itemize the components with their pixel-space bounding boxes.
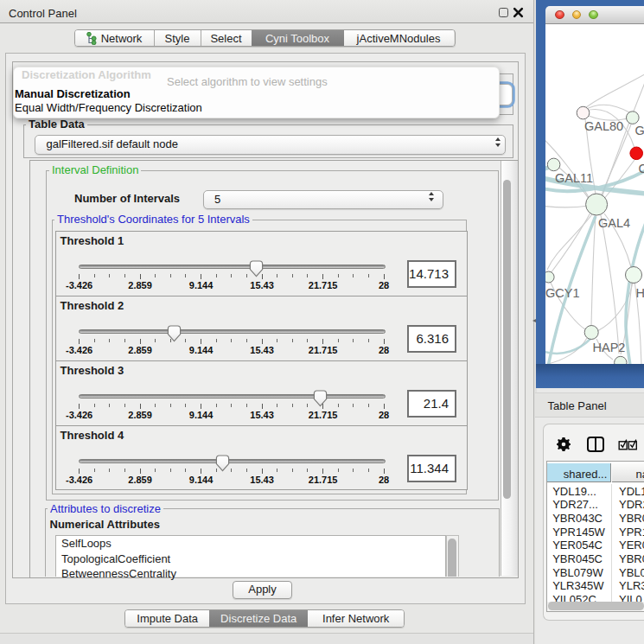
svg-text:GAL80: GAL80 (584, 119, 623, 133)
svg-text:CDC1: CDC1 (639, 162, 644, 175)
svg-text:HAP2: HAP2 (593, 340, 626, 354)
svg-text:HIS4: HIS4 (636, 286, 644, 300)
svg-text:GAL1: GAL1 (635, 124, 644, 137)
svg-text:GAL4: GAL4 (598, 215, 630, 229)
svg-text:GAL11: GAL11 (555, 170, 593, 184)
svg-text:GCY1: GCY1 (545, 286, 580, 300)
